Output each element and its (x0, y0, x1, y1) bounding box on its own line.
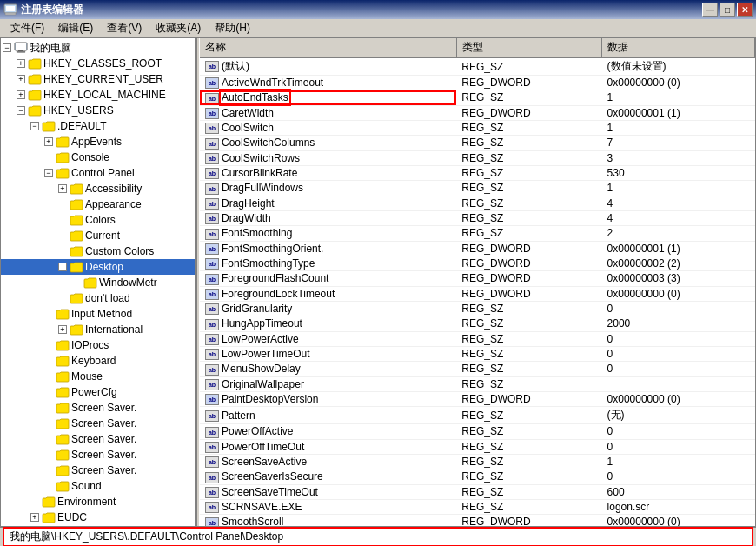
expand-icon[interactable]: + (44, 137, 53, 146)
sz-type-icon: ab (205, 138, 219, 150)
table-row[interactable]: abFontSmoothingTypeREG_DWORD0x00000002 (… (200, 256, 755, 270)
expand-icon[interactable]: + (30, 513, 39, 522)
table-row[interactable]: abFontSmoothingREG_SZ2 (200, 226, 755, 241)
tree-item-identities[interactable]: Identities (1, 525, 195, 526)
tree-item-mouse[interactable]: Mouse (1, 369, 195, 384)
expand-icon[interactable]: + (58, 325, 67, 334)
tree-item-screensaver1[interactable]: Screen Saver. (1, 400, 195, 416)
collapse-icon[interactable]: − (30, 122, 39, 130)
tree-item-eudc[interactable]: +EUDC (1, 509, 195, 525)
tree-item-hku[interactable]: −HKEY_USERS (1, 103, 195, 118)
table-row[interactable]: abDragFullWindowsREG_SZ1 (200, 181, 755, 196)
tree-item-sound[interactable]: Sound (1, 478, 195, 494)
folder-icon (42, 496, 56, 508)
maximize-button[interactable]: □ (720, 3, 735, 17)
table-row[interactable]: abPatternREG_SZ(无) (200, 407, 755, 424)
menu-item[interactable]: 查看(V) (100, 19, 149, 37)
menu-item[interactable]: 编辑(E) (51, 19, 100, 37)
tree-item-environment[interactable]: Environment (1, 494, 195, 509)
cell-data: 0x00000000 (0) (602, 515, 755, 526)
table-row[interactable]: abCoolSwitchRowsREG_SZ3 (200, 150, 755, 165)
tree-item-inputmethod[interactable]: Input Method (1, 306, 195, 322)
tree-item-accessibility[interactable]: +Accessibility (1, 181, 195, 196)
tree-item-default[interactable]: −.DEFAULT (1, 118, 195, 134)
table-row[interactable]: abGridGranularityREG_SZ0 (200, 301, 755, 316)
dword-type-icon: ab (205, 258, 219, 270)
collapse-icon[interactable]: − (44, 169, 53, 177)
folder-icon (42, 511, 56, 523)
table-row[interactable]: abPowerOffActiveREG_SZ0 (200, 424, 755, 439)
table-row[interactable]: abSCRNSAVE.EXEREG_SZlogon.scr (200, 499, 755, 514)
tree-item-hkcr[interactable]: +HKEY_CLASSES_ROOT (1, 56, 195, 71)
tree-item-international[interactable]: +International (1, 322, 195, 337)
tree-item-colors[interactable]: Colors (1, 212, 195, 228)
table-row[interactable]: abFontSmoothingOrient.REG_DWORD0x0000000… (200, 241, 755, 256)
main-content: −我的电脑+HKEY_CLASSES_ROOT+HKEY_CURRENT_USE… (0, 38, 756, 527)
tree-item-screensaver5[interactable]: Screen Saver. (1, 463, 195, 478)
cell-type: REG_SZ (456, 331, 601, 346)
table-row[interactable]: abMenuShowDelayREG_SZ0 (200, 362, 755, 376)
table-row[interactable]: ab(默认)REG_SZ(数值未设置) (200, 57, 755, 76)
table-row[interactable]: abCaretWidthREG_DWORD0x00000001 (1) (200, 105, 755, 120)
tree-item-powercfg[interactable]: PowerCfg (1, 384, 195, 400)
table-row[interactable]: abCursorBlinkRateREG_SZ530 (200, 165, 755, 180)
table-row[interactable]: abForegroundLockTimeoutREG_DWORD0x000000… (200, 286, 755, 301)
tree-item-customcolors[interactable]: Custom Colors (1, 243, 195, 259)
tree-item-hkcu[interactable]: +HKEY_CURRENT_USER (1, 71, 195, 87)
cell-name: abLowPowerTimeOut (200, 346, 456, 361)
tree-item-root[interactable]: −我的电脑 (1, 40, 195, 56)
menu-item[interactable]: 帮助(H) (208, 19, 257, 37)
table-row[interactable]: abAutoEndTasksREG_SZ1 (200, 90, 755, 105)
table-row[interactable]: abForegroundFlashCountREG_DWORD0x0000000… (200, 271, 755, 286)
expand-icon[interactable]: + (58, 263, 67, 271)
table-row[interactable]: abOriginalWallpaperREG_SZ (200, 376, 755, 391)
table-row[interactable]: abPowerOffTimeOutREG_SZ0 (200, 439, 755, 454)
expand-icon[interactable]: + (17, 59, 25, 68)
values-panel[interactable]: 名称 类型 数据 ab(默认)REG_SZ(数值未设置)abActiveWndT… (200, 38, 755, 526)
minimize-button[interactable]: — (702, 3, 718, 17)
menu-item[interactable]: 收藏夹(A) (149, 19, 208, 37)
table-row[interactable]: abCoolSwitchColumnsREG_SZ7 (200, 136, 755, 150)
sz-type-icon: ab (205, 472, 219, 483)
tree-item-screensaver3[interactable]: Screen Saver. (1, 431, 195, 447)
tree-label: HKEY_CURRENT_USER (43, 73, 163, 85)
tree-item-controlpanel[interactable]: −Control Panel (1, 165, 195, 181)
tree-item-desktop[interactable]: +Desktop (1, 259, 195, 275)
tree-item-ioprocs[interactable]: IOProcs (1, 337, 195, 353)
close-button[interactable]: ✕ (737, 3, 753, 17)
table-row[interactable]: abSmoothScrollREG_DWORD0x00000000 (0) (200, 515, 755, 526)
tree-item-appearance[interactable]: Appearance (1, 196, 195, 212)
table-row[interactable]: abHungAppTimeoutREG_SZ2000 (200, 316, 755, 331)
expand-icon[interactable]: + (58, 184, 67, 193)
tree-item-console[interactable]: Console (1, 150, 195, 165)
collapse-icon[interactable]: − (3, 43, 11, 52)
tree-item-screensaver4[interactable]: Screen Saver. (1, 447, 195, 463)
tree-item-appevents[interactable]: +AppEvents (1, 134, 195, 150)
expand-icon[interactable]: + (17, 90, 25, 99)
tree-item-dontload[interactable]: don't load (1, 290, 195, 306)
table-row[interactable]: abDragWidthREG_SZ4 (200, 210, 755, 225)
table-row[interactable]: abDragHeightREG_SZ4 (200, 196, 755, 210)
table-row[interactable]: abLowPowerTimeOutREG_SZ0 (200, 346, 755, 361)
tree-item-keyboard[interactable]: Keyboard (1, 353, 195, 369)
table-row[interactable]: abLowPowerActiveREG_SZ0 (200, 331, 755, 346)
tree-label: Custom Colors (85, 245, 154, 257)
tree-item-windowmetr[interactable]: WindowMetr (1, 275, 195, 290)
cell-data: 1 (602, 90, 755, 105)
table-row[interactable]: abScreenSaveTimeOutREG_SZ600 (200, 484, 755, 499)
table-row[interactable]: abPaintDesktopVersionREG_DWORD0x00000000… (200, 391, 755, 406)
table-row[interactable]: abCoolSwitchREG_SZ1 (200, 120, 755, 135)
tree-panel[interactable]: −我的电脑+HKEY_CLASSES_ROOT+HKEY_CURRENT_USE… (1, 38, 196, 526)
cell-type: REG_DWORD (456, 271, 601, 286)
cell-name: abPattern (200, 407, 456, 424)
tree-item-current[interactable]: Current (1, 228, 195, 243)
tree-item-screensaver2[interactable]: Screen Saver. (1, 416, 195, 431)
table-row[interactable]: abScreenSaveActiveREG_SZ1 (200, 454, 755, 469)
folder-icon (56, 402, 70, 414)
collapse-icon[interactable]: − (17, 106, 25, 115)
table-row[interactable]: abActiveWndTrkTimeoutREG_DWORD0x00000000… (200, 76, 755, 90)
menu-item[interactable]: 文件(F) (3, 19, 51, 37)
table-row[interactable]: abScreenSaverIsSecureREG_SZ0 (200, 469, 755, 484)
tree-item-hklm[interactable]: +HKEY_LOCAL_MACHINE (1, 87, 195, 103)
expand-icon[interactable]: + (17, 75, 25, 83)
